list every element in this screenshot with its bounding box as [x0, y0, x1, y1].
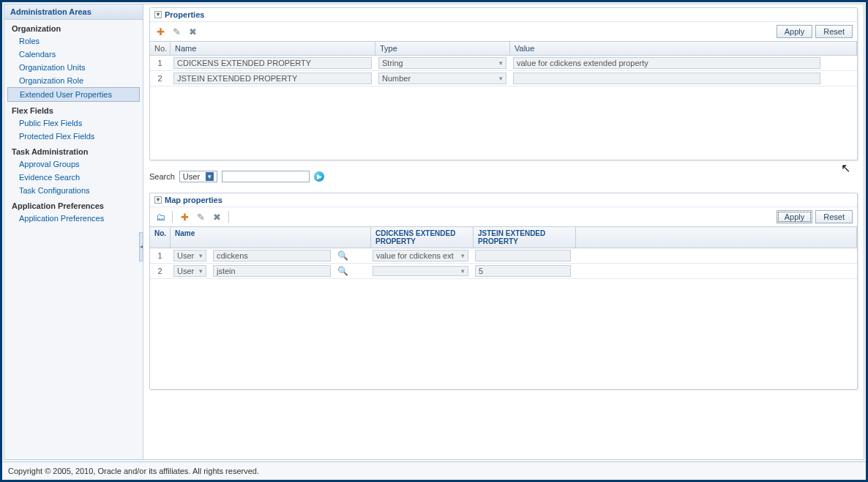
sidebar-item-extended-user-properties[interactable]: Extended User Properties	[7, 87, 140, 102]
delete-icon[interactable]: ✖	[211, 211, 222, 223]
splitter-handle[interactable]: ◂	[139, 232, 143, 262]
map-grid-header: No. Name CDICKENS EXTENDED PROPERTY JSTE…	[150, 226, 857, 248]
new-icon[interactable]: ✚	[179, 211, 190, 223]
row-no: 1	[150, 57, 171, 69]
apply-button[interactable]: Apply	[777, 25, 813, 38]
sidebar-item-approval-groups[interactable]: Approval Groups	[4, 157, 143, 171]
col-spacer	[576, 227, 857, 248]
user-name-input[interactable]	[213, 265, 331, 277]
properties-panel-header: ▾ Properties	[150, 8, 857, 22]
separator	[228, 211, 229, 223]
search-row: Search User ▾ ▶	[149, 169, 858, 184]
collapse-icon[interactable]: ▾	[154, 11, 162, 18]
type-select[interactable]: Number▾	[378, 73, 506, 84]
chevron-down-icon: ▾	[206, 172, 214, 181]
lookup-icon[interactable]: 🔍	[337, 251, 348, 261]
map-panel-header: ▾ Map properties	[150, 193, 857, 207]
user-name-input[interactable]	[213, 250, 331, 262]
map-icon[interactable]: 🗂	[154, 211, 166, 223]
col-type: Type	[375, 42, 510, 55]
properties-panel: ▾ Properties ✚ ✎ ✖ Apply Reset No. Name …	[149, 7, 858, 160]
sidebar-item-organization-units[interactable]: Organization Units	[4, 61, 143, 74]
table-row: 1 User▾ 🔍 value for cdickens ext▾	[150, 248, 857, 264]
jstein-value-input[interactable]	[475, 265, 571, 277]
map-title: Map properties	[165, 196, 222, 204]
footer-copyright: Copyright © 2005, 2010, Oracle and/or it…	[2, 461, 866, 480]
sidebar-item-calendars[interactable]: Calendars	[4, 48, 143, 61]
sidebar: Administration Areas Organization Roles …	[4, 4, 143, 459]
col-cdickens-property: CDICKENS EXTENDED PROPERTY	[371, 227, 474, 248]
chevron-down-icon: ▾	[461, 267, 465, 275]
type-select[interactable]: String▾	[378, 57, 506, 69]
row-no: 2	[150, 73, 171, 84]
name-input[interactable]	[173, 57, 372, 69]
properties-grid-body: 1 String▾ 2 Number▾	[150, 56, 857, 160]
search-type-select[interactable]: User ▾	[179, 171, 217, 182]
name-input[interactable]	[173, 73, 372, 84]
edit-icon[interactable]: ✎	[195, 211, 206, 223]
sidebar-section-task-administration: Task Administration	[4, 143, 143, 157]
chevron-down-icon: ▾	[499, 59, 503, 67]
map-grid-body: 1 User▾ 🔍 value for cdickens ext▾ 2 User…	[150, 248, 857, 389]
value-input[interactable]	[513, 73, 820, 84]
col-value: Value	[510, 42, 857, 55]
sidebar-section-application-preferences: Application Preferences	[4, 197, 143, 212]
search-input[interactable]	[222, 171, 310, 182]
separator	[172, 211, 173, 223]
sidebar-section-organization: Organization	[4, 20, 143, 34]
col-name: Name	[171, 42, 375, 55]
sidebar-item-evidence-search[interactable]: Evidence Search	[4, 171, 143, 184]
sidebar-section-flex-fields: Flex Fields	[4, 102, 143, 116]
sidebar-item-application-preferences[interactable]: Application Preferences	[4, 212, 143, 225]
user-type-select[interactable]: User▾	[173, 250, 206, 262]
chevron-down-icon: ▾	[199, 252, 203, 259]
value-input[interactable]	[513, 57, 820, 69]
sidebar-title: Administration Areas	[4, 4, 143, 20]
map-toolbar: 🗂 ✚ ✎ ✖ Apply Reset	[150, 207, 857, 226]
search-go-icon[interactable]: ▶	[314, 171, 324, 182]
new-icon[interactable]: ✚	[154, 26, 166, 37]
main-area: Administration Areas Organization Roles …	[4, 4, 864, 460]
collapse-icon[interactable]: ▾	[154, 196, 162, 204]
properties-title: Properties	[165, 10, 204, 19]
cdickens-value-select[interactable]: value for cdickens ext▾	[373, 250, 468, 262]
properties-toolbar: ✚ ✎ ✖ Apply Reset	[150, 22, 857, 41]
cdickens-value-select[interactable]: ▾	[373, 266, 468, 276]
delete-icon[interactable]: ✖	[187, 26, 198, 37]
properties-grid-header: No. Name Type Value	[150, 41, 857, 56]
table-row: 1 String▾	[150, 56, 857, 71]
lookup-icon[interactable]: 🔍	[337, 266, 348, 276]
search-label: Search	[149, 172, 175, 181]
sidebar-item-task-configurations[interactable]: Task Configurations	[4, 184, 143, 197]
sidebar-item-roles[interactable]: Roles	[4, 34, 143, 48]
row-no: 1	[150, 250, 171, 262]
col-name: Name	[171, 227, 371, 248]
jstein-value-input[interactable]	[475, 250, 571, 262]
chevron-down-icon: ▾	[199, 267, 203, 275]
edit-icon[interactable]: ✎	[171, 26, 182, 37]
content: ◂ ▾ Properties ✚ ✎ ✖ Apply Reset N	[143, 4, 864, 459]
table-row: 2 User▾ 🔍 ▾	[150, 264, 857, 279]
chevron-down-icon: ▾	[499, 75, 503, 82]
user-type-select[interactable]: User▾	[173, 265, 206, 277]
app-frame: Administration Areas Organization Roles …	[0, 0, 868, 482]
col-no: No.	[150, 42, 171, 55]
reset-button[interactable]: Reset	[815, 25, 853, 38]
sidebar-item-organization-role[interactable]: Organization Role	[4, 74, 143, 87]
col-no: No.	[150, 227, 171, 248]
apply-button[interactable]: Apply	[777, 210, 813, 223]
map-properties-panel: ▾ Map properties 🗂 ✚ ✎ ✖ Apply Reset	[149, 193, 858, 390]
row-no: 2	[150, 265, 171, 277]
reset-button[interactable]: Reset	[815, 210, 853, 223]
sidebar-item-protected-flex-fields[interactable]: Protected Flex Fields	[4, 130, 143, 143]
col-jstein-property: JSTEIN EXTENDED PROPERTY	[474, 227, 576, 248]
chevron-down-icon: ▾	[461, 252, 465, 259]
table-row: 2 Number▾	[150, 71, 857, 86]
sidebar-item-public-flex-fields[interactable]: Public Flex Fields	[4, 116, 143, 130]
